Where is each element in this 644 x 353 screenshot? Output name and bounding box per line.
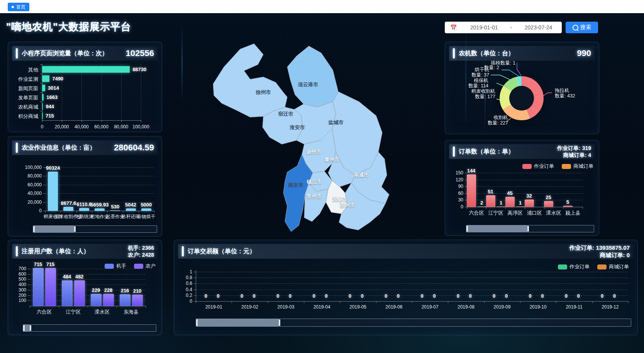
x-category-label: 2019-07 <box>422 304 439 310</box>
transactions-data-zoom-slider[interactable] <box>196 319 631 327</box>
axis-tick <box>42 120 42 122</box>
home-tab-dot-icon <box>12 6 14 8</box>
axis-tick <box>340 301 340 303</box>
data-zoom-handle-right[interactable] <box>30 325 31 331</box>
y-tick-label: 500 <box>8 276 26 282</box>
zero-value-label: 0 <box>205 293 207 299</box>
axis-tick <box>592 301 593 303</box>
axis-tick <box>102 120 102 122</box>
bar-value-label: 90324 <box>46 165 60 171</box>
gridline <box>467 180 583 180</box>
y-tick-label: 0.6 <box>174 281 192 286</box>
vbar-江宁区-0[interactable] <box>62 280 73 306</box>
hbar-value-label: 715 <box>46 113 54 119</box>
x-category-label: 2019-08 <box>458 304 475 310</box>
data-zoom-handle-right[interactable] <box>74 226 76 232</box>
axis-tick <box>45 211 46 213</box>
x-category-label: 江宁区 <box>66 309 81 315</box>
vbar-浦口区-0[interactable] <box>525 200 534 207</box>
gridline <box>196 290 628 290</box>
vbar-溧水区-0[interactable] <box>544 201 553 207</box>
zero-value-label: 0 <box>325 293 327 299</box>
data-zoom-handle-right[interactable] <box>527 226 529 232</box>
hbar-4[interactable] <box>42 103 43 110</box>
x-category-label: 溧水区 <box>546 210 561 217</box>
data-zoom-handle-left[interactable] <box>23 325 25 331</box>
hbar-1[interactable] <box>42 75 49 82</box>
vbar-溧水区-0[interactable] <box>91 294 102 306</box>
data-zoom-handle-left[interactable] <box>466 226 468 232</box>
orders-data-zoom-slider[interactable] <box>466 225 594 232</box>
axis-tick <box>520 301 520 303</box>
x-category-label: 2019-01 <box>205 304 222 310</box>
hbar-5[interactable] <box>42 113 43 119</box>
hbar-2[interactable] <box>42 85 45 91</box>
axis-tick <box>556 301 556 303</box>
axis-tick <box>62 120 62 122</box>
x-category-label: 溧水区 <box>95 309 110 315</box>
work-info-data-zoom-slider[interactable] <box>33 225 157 233</box>
axis-tick <box>146 306 146 308</box>
data-zoom-handle-left[interactable] <box>196 319 198 326</box>
bar-value-label: 482 <box>75 274 84 280</box>
vbar-东海县-1[interactable] <box>132 295 143 306</box>
donut-label-0: 拖拉机数量: 432 <box>555 88 575 99</box>
bar-value-label: 5659.93 <box>91 202 109 208</box>
data-zoom-handle-right[interactable] <box>279 319 280 326</box>
data-zoom-window[interactable] <box>196 319 279 326</box>
x-tick-label: 80,000 <box>114 124 128 130</box>
map-city-label-5: 扬州市 <box>306 149 322 155</box>
bar-value-label: 5 <box>566 199 569 205</box>
zero-value-label: 0 <box>457 293 459 299</box>
vbar-江宁区-1[interactable] <box>74 280 85 306</box>
data-zoom-window[interactable] <box>33 226 74 232</box>
home-tab[interactable]: 首页 <box>8 3 29 11</box>
map-city-label-0: 徐州市 <box>256 89 271 95</box>
donut-label-5: 数量: 2 <box>484 65 499 70</box>
vbar-玉米收割作业-0[interactable] <box>63 207 73 211</box>
hbar-0[interactable] <box>42 66 130 73</box>
hbar-3[interactable] <box>42 94 44 101</box>
registered-users-data-zoom-slider[interactable] <box>23 324 156 332</box>
map-region-1[interactable] <box>287 46 338 107</box>
vbar-东海县-0[interactable] <box>120 294 130 306</box>
panel-orders: 订单数（单位：单） 作业订单: 319 商城订单: 4 作业订单 商城订单 03… <box>445 140 599 236</box>
data-zoom-handle-left[interactable] <box>33 226 35 232</box>
axis-tick <box>40 65 42 65</box>
map-city-label-4: 盐城市 <box>328 119 344 125</box>
axis-tick <box>505 207 506 209</box>
y-tick-label: 30 <box>445 197 463 203</box>
bar-value-label: 715 <box>46 261 55 267</box>
x-category-label: 六合区 <box>469 210 484 217</box>
hbar-category-label: 发单页面 <box>8 94 38 101</box>
data-zoom-window[interactable] <box>466 225 527 232</box>
axis-tick <box>123 211 123 213</box>
axis-tick <box>92 211 92 213</box>
y-tick-label: 400 <box>8 282 26 287</box>
vbar-高淳区-0[interactable] <box>505 197 515 207</box>
vbar-六合区-0[interactable] <box>467 174 476 207</box>
map-region-0[interactable] <box>213 44 287 117</box>
zero-value-label: 0 <box>541 293 544 299</box>
x-category-label: 2019-11 <box>566 304 582 310</box>
date-start-value[interactable]: 2019-01-01 <box>461 24 507 31</box>
date-end-value[interactable]: 2023-07-24 <box>515 24 562 31</box>
map-city-label-10: 常州市 <box>307 193 322 199</box>
bar-value-label: 210 <box>133 288 142 294</box>
registered-users-chart: 700600500400300200100715715六合区484482江宁区2… <box>8 240 162 335</box>
bar-value-label: 530 <box>111 204 119 210</box>
machines-donut-chart[interactable]: 拖拉机数量: 432收割机数量: 227稻麦收割机数量: 177植保机数量: 1… <box>445 42 599 134</box>
vbar-溧水区-1[interactable] <box>103 294 114 306</box>
x-axis-line <box>42 120 141 121</box>
search-button[interactable]: 搜索 <box>566 22 598 33</box>
bar-value-label: 229 <box>92 287 100 293</box>
vbar-飞防统治-0[interactable] <box>79 208 89 211</box>
vbar-稻麦收割-0[interactable] <box>48 172 58 211</box>
x-tick-label: 0 <box>41 124 44 130</box>
vbar-六合区-0[interactable] <box>33 268 44 306</box>
date-range-picker[interactable]: 📅 2019-01-01 - 2023-07-24 <box>445 22 562 33</box>
vbar-江宁区-0[interactable] <box>486 195 495 207</box>
x-category-label: 江宁区 <box>488 210 503 217</box>
vbar-六合区-1[interactable] <box>45 268 56 306</box>
orders-chart: 03060901201501442六合区511江宁区451高淳区32浦口区25溧… <box>445 140 599 235</box>
